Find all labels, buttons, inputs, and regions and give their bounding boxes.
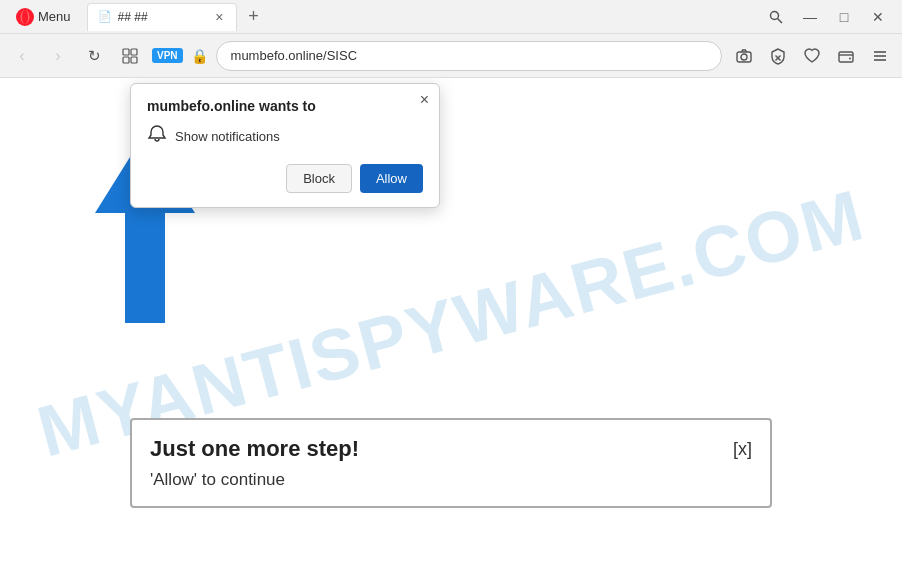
minimize-button[interactable]: — [794, 1, 826, 33]
svg-rect-8 [131, 57, 137, 63]
title-bar: Menu 📄 ## ## × + — □ ✕ [0, 0, 902, 34]
tab-favicon-icon: 📄 [98, 10, 112, 24]
svg-point-14 [849, 57, 851, 59]
opera-menu-button[interactable]: Menu [8, 4, 79, 30]
tabs-overview-button[interactable] [116, 42, 144, 70]
address-bar-icons [730, 42, 894, 70]
shield-x-icon[interactable] [764, 42, 792, 70]
window-controls: — □ ✕ [760, 1, 894, 33]
info-box-text: 'Allow' to continue [150, 470, 752, 490]
allow-button[interactable]: Allow [360, 164, 423, 193]
popup-title: mumbefo.online wants to [147, 98, 423, 114]
lock-icon: 🔒 [191, 48, 208, 64]
close-window-button[interactable]: ✕ [862, 1, 894, 33]
camera-svg-icon [735, 47, 753, 65]
address-bar: ‹ › ↻ VPN 🔒 [0, 34, 902, 78]
permission-text: Show notifications [175, 129, 280, 144]
tab-close-button[interactable]: × [213, 7, 225, 27]
active-tab[interactable]: 📄 ## ## × [87, 3, 237, 31]
bell-svg-icon [147, 124, 167, 144]
back-button[interactable]: ‹ [8, 42, 36, 70]
page-content: MYANTISPYWARE.COM × mumbefo.online wants… [0, 78, 902, 568]
svg-line-4 [778, 18, 783, 23]
menu-label: Menu [38, 9, 71, 24]
tab-bar: 📄 ## ## × + [87, 0, 756, 33]
wallet-svg-icon [837, 47, 855, 65]
heart-icon[interactable] [798, 42, 826, 70]
refresh-button[interactable]: ↻ [80, 42, 108, 70]
new-tab-button[interactable]: + [241, 4, 267, 30]
heart-svg-icon [803, 47, 821, 65]
camera-icon[interactable] [730, 42, 758, 70]
menu-svg-icon [871, 47, 889, 65]
block-button[interactable]: Block [286, 164, 352, 193]
vpn-badge[interactable]: VPN [152, 48, 183, 63]
info-box-header: Just one more step! [x] [150, 436, 752, 462]
popup-close-button[interactable]: × [420, 92, 429, 108]
svg-point-10 [741, 54, 747, 60]
notification-popup: × mumbefo.online wants to Show notificat… [130, 83, 440, 208]
wallet-icon[interactable] [832, 42, 860, 70]
svg-point-3 [771, 11, 779, 19]
popup-permission: Show notifications [147, 124, 423, 148]
search-icon [769, 10, 783, 24]
svg-rect-5 [123, 49, 129, 55]
info-box: Just one more step! [x] 'Allow' to conti… [130, 418, 772, 508]
forward-button[interactable]: › [44, 42, 72, 70]
info-box-close-button[interactable]: [x] [733, 439, 752, 460]
popup-buttons: Block Allow [147, 164, 423, 193]
search-window-button[interactable] [760, 1, 792, 33]
url-input[interactable] [216, 41, 722, 71]
svg-rect-7 [123, 57, 129, 63]
svg-point-2 [22, 10, 28, 24]
hamburger-menu-icon[interactable] [866, 42, 894, 70]
notification-bell-icon [147, 124, 167, 148]
svg-rect-6 [131, 49, 137, 55]
shield-svg-icon [769, 47, 787, 65]
tabs-grid-icon [122, 48, 138, 64]
opera-logo-icon [16, 8, 34, 26]
info-box-title: Just one more step! [150, 436, 359, 462]
maximize-button[interactable]: □ [828, 1, 860, 33]
svg-rect-13 [839, 52, 853, 62]
tab-title: ## ## [118, 10, 208, 24]
